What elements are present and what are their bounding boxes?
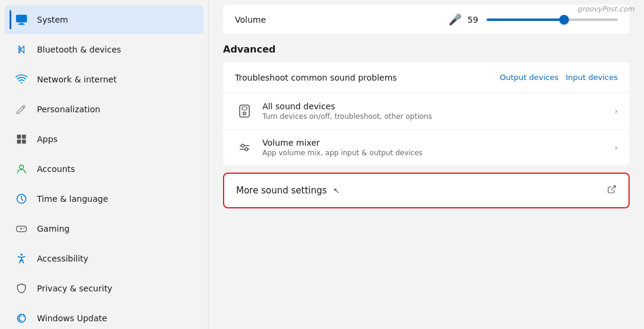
output-devices-link[interactable]: Output devices [500,73,559,82]
svg-rect-2 [18,24,25,24]
sidebar-item-bluetooth[interactable]: Bluetooth & devices [5,35,203,64]
volume-label: Volume [235,15,439,24]
main-content: groovyPost.com Volume 🎤 59 Advanced Trou… [209,0,644,329]
sidebar-item-personalization[interactable]: Personalization [5,95,203,124]
svg-point-16 [24,227,25,229]
all-sound-title: All sound devices [262,102,614,111]
privacy-icon [14,281,29,296]
personalization-icon [14,102,29,116]
svg-rect-6 [17,135,21,139]
accounts-icon [14,162,29,176]
advanced-card: Troubleshoot common sound problems Outpu… [223,62,630,165]
bluetooth-icon [14,42,29,57]
input-devices-link[interactable]: Input devices [566,73,618,82]
troubleshoot-title: Troubleshoot common sound problems [235,73,500,82]
volume-mixer-icon [235,138,254,157]
volume-slider-thumb[interactable] [559,15,569,24]
svg-rect-7 [22,135,26,139]
volume-mixer-title: Volume mixer [262,138,614,147]
external-link-icon [607,185,617,196]
volume-controls: 🎤 59 [448,13,618,26]
sidebar-label-accessibility: Accessibility [37,254,88,263]
sidebar-item-gaming[interactable]: Gaming [5,214,203,243]
svg-rect-1 [19,23,23,24]
troubleshoot-row: Troubleshoot common sound problems Outpu… [223,62,630,93]
watermark: groovyPost.com [577,5,634,13]
svg-rect-8 [17,140,21,144]
sidebar-label-accounts: Accounts [37,164,75,174]
more-sound-settings-title: More sound settings ↖ [236,185,340,196]
sidebar-item-system[interactable]: System [5,5,203,34]
svg-point-17 [20,254,22,256]
sidebar-item-update[interactable]: Windows Update [5,304,203,329]
volume-mixer-row[interactable]: Volume mixer App volume mix, app input &… [223,130,630,165]
volume-mixer-chevron: › [614,143,618,152]
gaming-icon [14,222,29,236]
svg-point-26 [245,148,248,151]
svg-rect-9 [22,140,26,144]
sidebar-item-accounts[interactable]: Accounts [5,155,203,183]
network-icon [14,72,29,87]
volume-slider-fill [487,19,564,21]
volume-value: 59 [467,15,481,24]
update-icon [14,311,29,325]
sidebar: System Bluetooth & devices Network & int… [0,0,209,329]
volume-mixer-subtitle: App volume mix, app input & output devic… [262,149,614,157]
all-sound-subtitle: Turn devices on/off, troubleshoot, other… [262,112,614,121]
svg-point-22 [244,113,245,114]
sidebar-label-bluetooth: Bluetooth & devices [37,45,121,54]
volume-card: Volume 🎤 59 [223,5,630,34]
sidebar-label-system: System [37,15,68,24]
sidebar-item-accessibility[interactable]: Accessibility [5,244,203,273]
sidebar-label-privacy: Privacy & security [37,284,112,293]
sidebar-label-personalization: Personalization [37,104,100,114]
svg-point-25 [242,144,244,147]
troubleshoot-actions: Output devices Input devices [500,73,618,82]
svg-line-27 [611,186,615,190]
all-sound-chevron: › [614,106,618,116]
sidebar-item-time[interactable]: Time & language [5,185,203,213]
sidebar-label-update: Windows Update [37,313,107,323]
all-sound-row[interactable]: All sound devices Turn devices on/off, t… [223,93,630,130]
sidebar-label-apps: Apps [37,134,58,144]
all-sound-icon [235,102,254,121]
section-title-advanced: Advanced [223,44,630,55]
system-icon [14,13,29,27]
sidebar-label-gaming: Gaming [37,224,70,233]
svg-rect-20 [242,107,247,110]
sidebar-item-privacy[interactable]: Privacy & security [5,274,203,303]
microphone-icon: 🎤 [448,13,462,26]
accessibility-icon [14,251,29,266]
sidebar-label-time: Time & language [37,194,108,204]
apps-icon [14,132,29,146]
volume-slider[interactable] [487,19,618,21]
cursor-indicator: ↖ [333,186,340,195]
sidebar-label-network: Network & internet [37,75,117,84]
svg-rect-0 [16,15,27,23]
more-sound-settings-row[interactable]: More sound settings ↖ [223,173,630,208]
svg-point-10 [20,165,24,169]
time-icon [14,192,29,206]
svg-point-15 [23,228,24,229]
sidebar-item-network[interactable]: Network & internet [5,65,203,94]
svg-point-5 [21,82,23,84]
sidebar-item-apps[interactable]: Apps [5,125,203,153]
